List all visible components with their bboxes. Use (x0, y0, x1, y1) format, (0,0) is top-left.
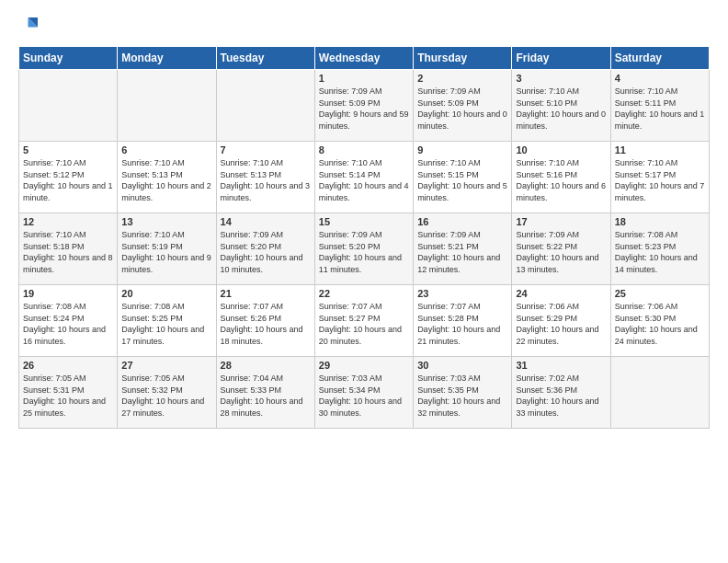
day-number: 1 (319, 73, 409, 84)
cell-info: Sunrise: 7:08 AMSunset: 5:23 PMDaylight:… (615, 229, 705, 275)
day-number: 25 (615, 288, 705, 299)
day-number: 10 (516, 144, 606, 155)
cell-3-1: 12Sunrise: 7:10 AMSunset: 5:18 PMDayligh… (19, 213, 118, 285)
cell-info: Sunrise: 7:10 AMSunset: 5:18 PMDaylight:… (23, 229, 113, 275)
day-number: 18 (615, 216, 705, 227)
cell-info: Sunrise: 7:10 AMSunset: 5:13 PMDaylight:… (121, 157, 211, 203)
cell-5-6: 31Sunrise: 7:02 AMSunset: 5:36 PMDayligh… (512, 357, 610, 429)
cell-info: Sunrise: 7:03 AMSunset: 5:34 PMDaylight:… (319, 373, 409, 419)
cell-2-7: 11Sunrise: 7:10 AMSunset: 5:17 PMDayligh… (610, 142, 709, 213)
cell-1-5: 2Sunrise: 7:09 AMSunset: 5:09 PMDaylight… (414, 70, 512, 142)
week-row-2: 5Sunrise: 7:10 AMSunset: 5:12 PMDaylight… (19, 142, 710, 213)
cell-info: Sunrise: 7:09 AMSunset: 5:22 PMDaylight:… (516, 229, 606, 275)
cell-5-7 (610, 357, 709, 429)
cell-info: Sunrise: 7:06 AMSunset: 5:30 PMDaylight:… (615, 301, 705, 347)
day-header-tuesday: Tuesday (216, 47, 314, 70)
day-header-thursday: Thursday (414, 47, 512, 70)
days-header-row: SundayMondayTuesdayWednesdayThursdayFrid… (19, 47, 710, 70)
day-number: 29 (319, 360, 409, 371)
cell-info: Sunrise: 7:10 AMSunset: 5:12 PMDaylight:… (23, 157, 113, 203)
cell-2-2: 6Sunrise: 7:10 AMSunset: 5:13 PMDaylight… (118, 142, 216, 213)
day-number: 31 (516, 360, 606, 371)
cell-3-2: 13Sunrise: 7:10 AMSunset: 5:19 PMDayligh… (118, 213, 216, 285)
cell-1-4: 1Sunrise: 7:09 AMSunset: 5:09 PMDaylight… (314, 70, 413, 142)
cell-info: Sunrise: 7:05 AMSunset: 5:32 PMDaylight:… (121, 373, 211, 419)
cell-2-3: 7Sunrise: 7:10 AMSunset: 5:13 PMDaylight… (216, 142, 314, 213)
cell-2-1: 5Sunrise: 7:10 AMSunset: 5:12 PMDaylight… (19, 142, 118, 213)
logo (18, 15, 44, 37)
cell-5-5: 30Sunrise: 7:03 AMSunset: 5:35 PMDayligh… (414, 357, 512, 429)
week-row-4: 19Sunrise: 7:08 AMSunset: 5:24 PMDayligh… (19, 285, 710, 357)
cell-2-5: 9Sunrise: 7:10 AMSunset: 5:15 PMDaylight… (414, 142, 512, 213)
day-number: 5 (23, 144, 113, 155)
calendar-table: SundayMondayTuesdayWednesdayThursdayFrid… (18, 46, 710, 429)
day-number: 19 (23, 288, 113, 299)
cell-1-6: 3Sunrise: 7:10 AMSunset: 5:10 PMDaylight… (512, 70, 610, 142)
week-row-3: 12Sunrise: 7:10 AMSunset: 5:18 PMDayligh… (19, 213, 710, 285)
cell-info: Sunrise: 7:03 AMSunset: 5:35 PMDaylight:… (417, 373, 507, 419)
day-number: 11 (615, 144, 705, 155)
cell-5-2: 27Sunrise: 7:05 AMSunset: 5:32 PMDayligh… (118, 357, 216, 429)
cell-info: Sunrise: 7:09 AMSunset: 5:21 PMDaylight:… (417, 229, 507, 275)
cell-4-7: 25Sunrise: 7:06 AMSunset: 5:30 PMDayligh… (610, 285, 709, 357)
day-number: 9 (417, 144, 507, 155)
cell-1-1 (19, 70, 118, 142)
cell-3-5: 16Sunrise: 7:09 AMSunset: 5:21 PMDayligh… (414, 213, 512, 285)
cell-1-7: 4Sunrise: 7:10 AMSunset: 5:11 PMDaylight… (610, 70, 709, 142)
cell-2-4: 8Sunrise: 7:10 AMSunset: 5:14 PMDaylight… (314, 142, 413, 213)
cell-4-4: 22Sunrise: 7:07 AMSunset: 5:27 PMDayligh… (314, 285, 413, 357)
day-number: 15 (319, 216, 409, 227)
cell-4-1: 19Sunrise: 7:08 AMSunset: 5:24 PMDayligh… (19, 285, 118, 357)
day-number: 6 (121, 144, 211, 155)
cell-info: Sunrise: 7:10 AMSunset: 5:11 PMDaylight:… (615, 86, 705, 132)
cell-2-6: 10Sunrise: 7:10 AMSunset: 5:16 PMDayligh… (512, 142, 610, 213)
day-number: 2 (417, 73, 507, 84)
week-row-1: 1Sunrise: 7:09 AMSunset: 5:09 PMDaylight… (19, 70, 710, 142)
cell-info: Sunrise: 7:08 AMSunset: 5:25 PMDaylight:… (121, 301, 211, 347)
day-header-sunday: Sunday (19, 47, 118, 70)
cell-5-4: 29Sunrise: 7:03 AMSunset: 5:34 PMDayligh… (314, 357, 413, 429)
cell-5-3: 28Sunrise: 7:04 AMSunset: 5:33 PMDayligh… (216, 357, 314, 429)
header (18, 15, 710, 37)
cell-4-2: 20Sunrise: 7:08 AMSunset: 5:25 PMDayligh… (118, 285, 216, 357)
day-number: 23 (417, 288, 507, 299)
cell-4-5: 23Sunrise: 7:07 AMSunset: 5:28 PMDayligh… (414, 285, 512, 357)
cell-1-3 (216, 70, 314, 142)
cell-info: Sunrise: 7:09 AMSunset: 5:09 PMDaylight:… (417, 86, 507, 132)
cell-3-6: 17Sunrise: 7:09 AMSunset: 5:22 PMDayligh… (512, 213, 610, 285)
day-number: 21 (221, 288, 311, 299)
cell-4-3: 21Sunrise: 7:07 AMSunset: 5:26 PMDayligh… (216, 285, 314, 357)
cell-3-4: 15Sunrise: 7:09 AMSunset: 5:20 PMDayligh… (314, 213, 413, 285)
day-number: 28 (221, 360, 311, 371)
day-number: 26 (23, 360, 113, 371)
day-number: 8 (319, 144, 409, 155)
day-number: 24 (516, 288, 606, 299)
day-number: 17 (516, 216, 606, 227)
cell-3-3: 14Sunrise: 7:09 AMSunset: 5:20 PMDayligh… (216, 213, 314, 285)
cell-info: Sunrise: 7:04 AMSunset: 5:33 PMDaylight:… (221, 373, 311, 419)
cell-info: Sunrise: 7:09 AMSunset: 5:20 PMDaylight:… (319, 229, 409, 275)
calendar-container: SundayMondayTuesdayWednesdayThursdayFrid… (0, 0, 728, 438)
day-header-monday: Monday (118, 47, 216, 70)
day-header-friday: Friday (512, 47, 610, 70)
cell-5-1: 26Sunrise: 7:05 AMSunset: 5:31 PMDayligh… (19, 357, 118, 429)
day-header-saturday: Saturday (610, 47, 709, 70)
cell-info: Sunrise: 7:02 AMSunset: 5:36 PMDaylight:… (516, 373, 606, 419)
day-number: 3 (516, 73, 606, 84)
cell-info: Sunrise: 7:07 AMSunset: 5:27 PMDaylight:… (319, 301, 409, 347)
day-number: 20 (121, 288, 211, 299)
cell-1-2 (118, 70, 216, 142)
cell-info: Sunrise: 7:06 AMSunset: 5:29 PMDaylight:… (516, 301, 606, 347)
cell-info: Sunrise: 7:05 AMSunset: 5:31 PMDaylight:… (23, 373, 113, 419)
cell-info: Sunrise: 7:10 AMSunset: 5:10 PMDaylight:… (516, 86, 606, 132)
cell-info: Sunrise: 7:07 AMSunset: 5:26 PMDaylight:… (221, 301, 311, 347)
cell-info: Sunrise: 7:08 AMSunset: 5:24 PMDaylight:… (23, 301, 113, 347)
week-row-5: 26Sunrise: 7:05 AMSunset: 5:31 PMDayligh… (19, 357, 710, 429)
day-number: 30 (417, 360, 507, 371)
cell-info: Sunrise: 7:10 AMSunset: 5:15 PMDaylight:… (417, 157, 507, 203)
day-number: 27 (121, 360, 211, 371)
day-number: 14 (221, 216, 311, 227)
day-number: 22 (319, 288, 409, 299)
cell-info: Sunrise: 7:10 AMSunset: 5:19 PMDaylight:… (121, 229, 211, 275)
cell-info: Sunrise: 7:09 AMSunset: 5:09 PMDaylight:… (319, 86, 409, 132)
